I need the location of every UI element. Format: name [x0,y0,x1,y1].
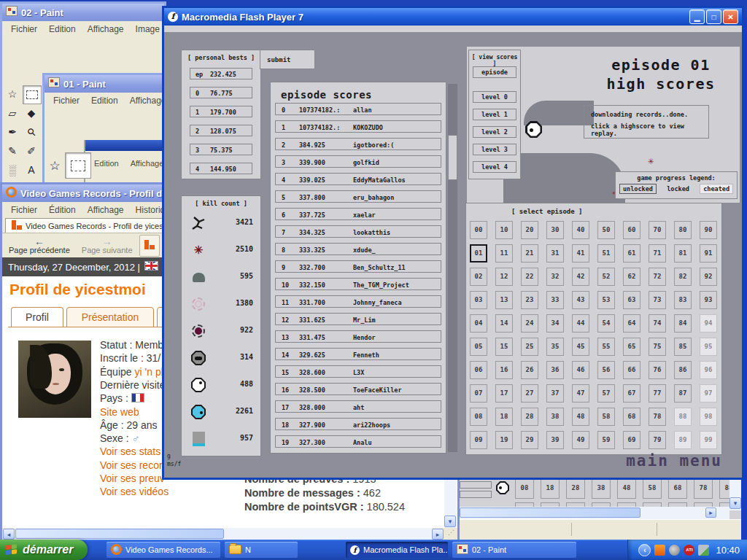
scroll-right-button[interactable]: ▸ [432,529,444,540]
profile-link[interactable]: Voir ses stats [100,446,160,457]
profile-link[interactable]: yi 'n pl [135,366,163,378]
highscore-row[interactable]: 2384.925igotbored:( [275,138,441,150]
highscore-row[interactable]: 4339.025EddyMataGallos [275,173,441,185]
episode-cell-66[interactable]: 66 [623,361,640,379]
episode-cell-72[interactable]: 72 [649,268,666,286]
episode-cell-50[interactable]: 50 [597,221,615,239]
episode-cell-54[interactable]: 54 [597,314,615,332]
tab-presentation[interactable]: Présentation [66,307,154,327]
episode-cell-32[interactable]: 32 [546,268,564,286]
episode-cell-65[interactable]: 65 [623,338,640,356]
episode-cell-37[interactable]: 37 [546,384,564,402]
highscore-row[interactable]: 5337.800eru_bahagon [275,190,441,203]
episode-cell-88[interactable]: 88 [674,408,692,426]
episode-cell-59[interactable]: 59 [597,431,615,449]
resize-grip[interactable]: ⋰ [445,529,457,540]
episode-cell-28[interactable]: 28 [521,408,538,426]
highscore-row[interactable]: 15328.600L3X [275,365,441,378]
episode-cell-76[interactable]: 76 [649,361,666,379]
profile-link[interactable]: Voir ses preuv [100,472,165,484]
start-button[interactable]: démarrer [0,540,88,560]
taskbar-button-firefox[interactable]: Video Games Records... [107,542,220,558]
episode-cell-46[interactable]: 46 [572,361,589,379]
tray-volume-icon[interactable] [669,545,680,556]
episode-cell-90[interactable]: 90 [700,221,717,239]
rect-select-icon[interactable] [23,85,42,104]
episode-cell-29[interactable]: 29 [521,431,538,449]
back-button[interactable]: ← Page précédente [4,233,75,257]
episode-cell-07[interactable]: 07 [470,384,487,402]
background-scroll-down-button[interactable]: ▾ [729,497,741,509]
star-select-icon[interactable]: ☆ [4,85,21,103]
episode-cell-03[interactable]: 03 [470,291,487,309]
episode-cell-58[interactable]: 58 [597,408,615,426]
episode-cell-14[interactable]: 14 [495,314,513,332]
episode-cell-47[interactable]: 47 [572,384,589,402]
highscore-row[interactable]: 13331.475Hendor [275,330,441,343]
episode-cell-98[interactable]: 98 [700,408,717,426]
highscore-row[interactable]: 17328.000aht [275,400,441,413]
highscore-row[interactable]: 0107374182.:allan [275,103,441,115]
episode-cell-06[interactable]: 06 [470,361,487,379]
menu-item[interactable]: Edition [43,23,82,36]
episode-cell-94[interactable]: 94 [700,314,717,332]
episode-cell-13[interactable]: 13 [495,291,513,309]
hscroll-thumb[interactable] [15,529,224,539]
episode-cell-17[interactable]: 17 [495,384,513,402]
episode-cell-43[interactable]: 43 [572,291,589,309]
episode-cell-20[interactable]: 20 [521,221,538,239]
episode-cell-99[interactable]: 99 [700,431,717,449]
title-bar[interactable]: f Macromedia Flash Player 7 ▁ □ ✕ [164,8,742,26]
episode-cell-62[interactable]: 62 [623,268,640,286]
episode-cell-93[interactable]: 93 [700,291,717,309]
episode-cell-78[interactable]: 78 [649,408,666,426]
episode-cell-75[interactable]: 75 [649,338,666,356]
episode-cell-12[interactable]: 12 [495,268,513,286]
profile-link[interactable]: Voir ses vidéos [100,486,169,497]
episode-cell-92[interactable]: 92 [700,268,717,286]
title-bar[interactable]: 02 - Paint [2,4,164,21]
episode-cell-10[interactable]: 10 [495,221,513,239]
episode-cell-08[interactable]: 08 [515,479,534,499]
menu-item[interactable]: Fichier [5,23,43,36]
episode-cell-85[interactable]: 85 [674,338,692,356]
episode-cell-36[interactable]: 36 [546,361,564,379]
episode-cell-60[interactable]: 60 [623,221,640,239]
episode-cell-38[interactable]: 38 [592,479,611,499]
episode-cell-68[interactable]: 68 [623,408,640,426]
background-scroll-right-button[interactable]: ▸ [705,508,716,518]
scroll-down-button[interactable]: ▾ [444,516,456,527]
highscore-row[interactable]: 14329.625Fenneth [275,348,441,360]
brush-icon[interactable]: ✐ [23,142,40,160]
episode-cell-77[interactable]: 77 [649,384,666,402]
episode-cell-52[interactable]: 52 [597,268,615,286]
highscore-row[interactable]: 12331.625Mr_Lim [275,313,441,325]
text-icon[interactable]: A [23,161,40,179]
episode-cell-01[interactable]: 01 [470,244,487,262]
taskbar-button-flash[interactable]: fMacromedia Flash Pla... [346,542,448,558]
episode-cell-18[interactable]: 18 [541,479,560,499]
episode-cell-28[interactable]: 28 [566,479,585,499]
star-select-icon[interactable]: ☆ [46,157,63,174]
menu-item[interactable]: Fichier [47,94,85,107]
background-hscroll-thumb[interactable] [460,508,640,518]
menu-item[interactable]: Edition [85,94,124,107]
tray-chevron-icon[interactable]: ‹ [638,544,651,556]
menu-item[interactable]: Affichage [124,94,164,107]
episode-cell-31[interactable]: 31 [546,244,564,262]
episode-cell-09[interactable]: 09 [470,431,487,449]
episode-cell-40[interactable]: 40 [572,221,589,239]
episode-cell-02[interactable]: 02 [470,268,487,286]
taskbar-button-paint[interactable]: 02 - Paint [452,542,576,558]
pencil-icon[interactable]: ✎ [4,142,21,160]
episode-cell-57[interactable]: 57 [597,384,615,402]
scores-scrollbar[interactable] [448,84,457,452]
eraser-icon[interactable]: ▱ [4,104,21,122]
home-button[interactable] [139,235,160,257]
episode-cell-45[interactable]: 45 [572,338,589,356]
episode-cell-71[interactable]: 71 [649,244,666,262]
episode-cell-70[interactable]: 70 [649,221,666,239]
view-scores-button-level-4[interactable]: level 4 [473,161,516,173]
episode-cell-30[interactable]: 30 [546,221,564,239]
forward-button[interactable]: → Page suivante [77,233,138,257]
